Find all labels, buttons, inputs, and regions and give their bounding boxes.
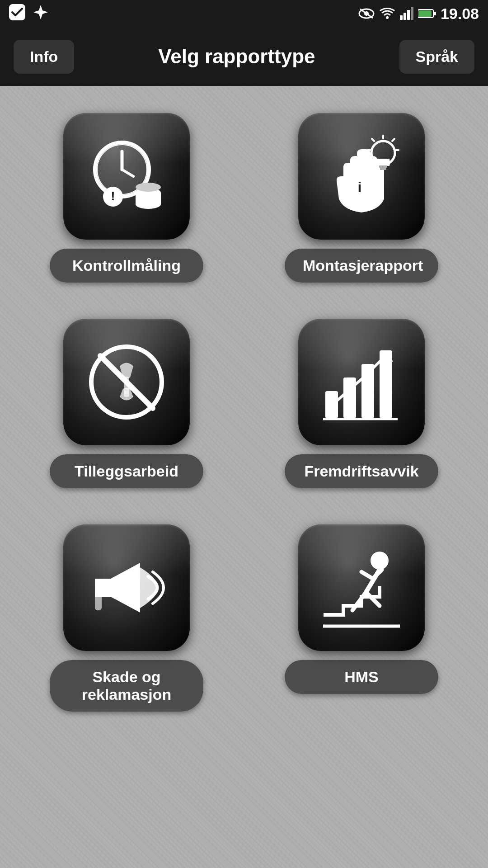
status-left-icons (9, 4, 49, 24)
report-row-2: Tilleggsarbeid Fremdrifts (18, 319, 470, 488)
svg-rect-5 (400, 15, 403, 20)
svg-rect-20 (136, 198, 161, 204)
svg-rect-11 (434, 12, 436, 15)
svg-point-4 (386, 16, 389, 19)
kontrollmaling-label[interactable]: Kontrollmåling (50, 249, 203, 283)
svg-rect-22 (136, 193, 161, 198)
battery-icon (418, 9, 436, 19)
tilleggsarbeid-icon-box (63, 319, 190, 445)
montasjerapport-label[interactable]: Montasjerapport (285, 249, 438, 283)
montasjerapport-icon-box: i (298, 113, 425, 240)
main-content: ! Kontrollmåling (0, 86, 488, 868)
fremdriftsavvik-icon-box (298, 319, 425, 445)
svg-line-30 (372, 139, 374, 141)
chart-arrow-icon (316, 337, 407, 427)
info-button[interactable]: Info (14, 40, 74, 74)
tilleggsarbeid-label[interactable]: Tilleggsarbeid (50, 454, 203, 488)
svg-line-48 (366, 592, 380, 606)
svg-text:i: i (358, 179, 362, 195)
no-entry-icon (81, 337, 172, 427)
svg-rect-10 (419, 10, 432, 17)
status-bar: 19.08 (0, 0, 488, 27)
checkmark-icon (9, 4, 25, 24)
svg-rect-7 (407, 10, 410, 20)
svg-rect-8 (411, 7, 413, 20)
svg-point-23 (136, 183, 161, 192)
language-button[interactable]: Språk (399, 40, 475, 74)
eye-icon (358, 7, 375, 20)
kontrollmaling-icon-box: ! (63, 113, 190, 240)
hms-icon-box (298, 524, 425, 651)
report-row-3: Skade og reklamasjon (18, 524, 470, 712)
nav-bar: Info Velg rapporttype Språk (0, 27, 488, 86)
hms-label[interactable]: HMS (285, 660, 438, 694)
skade-icon-box (63, 524, 190, 651)
page-title: Velg rapporttype (74, 45, 399, 68)
report-item-fremdriftsavvik[interactable]: Fremdriftsavvik (285, 319, 438, 488)
hand-lightbulb-icon: i (316, 131, 407, 222)
svg-rect-25 (379, 165, 387, 168)
clock-coins-icon: ! (81, 131, 172, 222)
fremdriftsavvik-label[interactable]: Fremdriftsavvik (285, 454, 438, 488)
signal-icon (400, 7, 413, 20)
airplane-icon (33, 4, 49, 24)
svg-rect-37 (343, 377, 356, 418)
svg-rect-26 (380, 168, 386, 170)
report-row-1: ! Kontrollmåling (18, 113, 470, 283)
megaphone-icon (81, 542, 172, 633)
wifi-icon (379, 7, 395, 20)
report-item-hms[interactable]: HMS (285, 524, 438, 712)
report-item-skade-og-reklamasjon[interactable]: Skade og reklamasjon (50, 524, 203, 712)
svg-line-28 (392, 139, 394, 141)
person-falling-icon (316, 542, 407, 633)
skade-og-reklamasjon-label[interactable]: Skade og reklamasjon (50, 660, 203, 712)
report-item-montasjerapport[interactable]: i Montasjerapport (285, 113, 438, 283)
report-item-tilleggsarbeid[interactable]: Tilleggsarbeid (50, 319, 203, 488)
svg-rect-42 (95, 592, 102, 610)
svg-rect-6 (404, 13, 406, 20)
report-item-kontrollmaling[interactable]: ! Kontrollmåling (50, 113, 203, 283)
svg-point-43 (371, 552, 389, 570)
status-right-icons: 19.08 (358, 5, 479, 23)
svg-text:!: ! (111, 189, 115, 203)
status-time: 19.08 (441, 5, 479, 23)
